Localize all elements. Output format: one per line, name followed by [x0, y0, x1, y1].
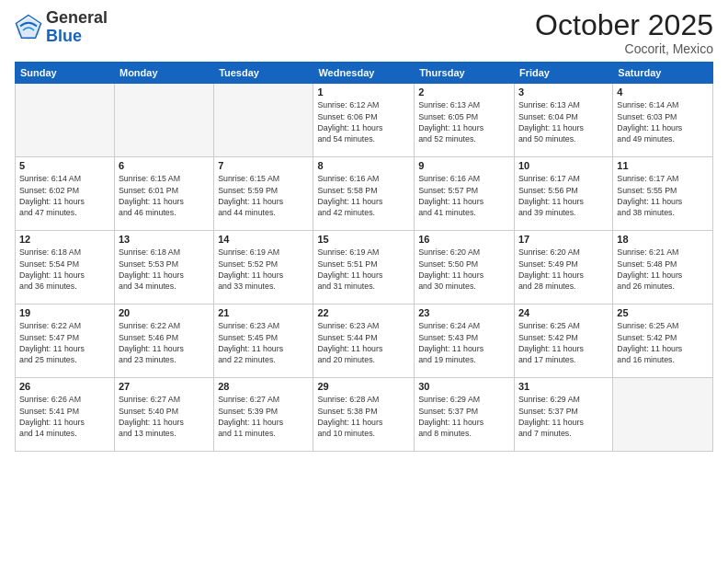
calendar-cell: 3Sunrise: 6:13 AM Sunset: 6:04 PM Daylig…: [514, 84, 612, 157]
day-info: Sunrise: 6:28 AM Sunset: 5:38 PM Dayligh…: [317, 394, 410, 439]
calendar-cell: 22Sunrise: 6:23 AM Sunset: 5:44 PM Dayli…: [313, 304, 415, 378]
header-sunday: Sunday: [16, 63, 115, 84]
day-number: 28: [218, 381, 309, 392]
calendar-table: Sunday Monday Tuesday Wednesday Thursday…: [15, 62, 713, 452]
calendar-cell: 8Sunrise: 6:16 AM Sunset: 5:58 PM Daylig…: [313, 157, 415, 231]
calendar-cell: 2Sunrise: 6:13 AM Sunset: 6:05 PM Daylig…: [415, 84, 515, 157]
day-number: 15: [317, 234, 410, 245]
calendar-cell: 10Sunrise: 6:17 AM Sunset: 5:56 PM Dayli…: [514, 157, 612, 231]
calendar-cell: [114, 84, 213, 157]
day-info: Sunrise: 6:18 AM Sunset: 5:53 PM Dayligh…: [119, 247, 210, 292]
calendar-week-5: 26Sunrise: 6:26 AM Sunset: 5:41 PM Dayli…: [16, 378, 713, 452]
day-info: Sunrise: 6:15 AM Sunset: 5:59 PM Dayligh…: [218, 173, 309, 218]
calendar-cell: 29Sunrise: 6:28 AM Sunset: 5:38 PM Dayli…: [313, 378, 415, 452]
day-number: 31: [518, 381, 609, 392]
header-friday: Friday: [514, 63, 612, 84]
day-info: Sunrise: 6:23 AM Sunset: 5:44 PM Dayligh…: [317, 320, 410, 365]
calendar-cell: 9Sunrise: 6:16 AM Sunset: 5:57 PM Daylig…: [415, 157, 515, 231]
day-info: Sunrise: 6:24 AM Sunset: 5:43 PM Dayligh…: [418, 320, 510, 365]
day-number: 2: [418, 86, 510, 98]
day-number: 3: [518, 86, 609, 98]
calendar-cell: 20Sunrise: 6:22 AM Sunset: 5:46 PM Dayli…: [114, 304, 213, 378]
calendar-cell: 28Sunrise: 6:27 AM Sunset: 5:39 PM Dayli…: [214, 378, 313, 452]
day-number: 16: [418, 234, 510, 245]
day-info: Sunrise: 6:27 AM Sunset: 5:39 PM Dayligh…: [218, 394, 309, 439]
calendar-cell: 4Sunrise: 6:14 AM Sunset: 6:03 PM Daylig…: [613, 84, 713, 157]
calendar-cell: 12Sunrise: 6:18 AM Sunset: 5:54 PM Dayli…: [16, 231, 115, 304]
day-info: Sunrise: 6:16 AM Sunset: 5:57 PM Dayligh…: [418, 173, 510, 218]
day-info: Sunrise: 6:19 AM Sunset: 5:51 PM Dayligh…: [317, 247, 410, 292]
day-info: Sunrise: 6:26 AM Sunset: 5:41 PM Dayligh…: [19, 394, 110, 439]
day-info: Sunrise: 6:19 AM Sunset: 5:52 PM Dayligh…: [218, 247, 309, 292]
day-number: 4: [617, 86, 709, 98]
day-info: Sunrise: 6:22 AM Sunset: 5:47 PM Dayligh…: [19, 320, 110, 365]
day-number: 21: [218, 307, 309, 318]
logo-icon: [15, 14, 42, 41]
day-number: 30: [418, 381, 510, 392]
calendar-cell: 26Sunrise: 6:26 AM Sunset: 5:41 PM Dayli…: [16, 378, 115, 452]
calendar-cell: 27Sunrise: 6:27 AM Sunset: 5:40 PM Dayli…: [114, 378, 213, 452]
calendar-cell: 18Sunrise: 6:21 AM Sunset: 5:48 PM Dayli…: [613, 231, 713, 304]
day-info: Sunrise: 6:17 AM Sunset: 5:56 PM Dayligh…: [518, 173, 609, 218]
day-number: 12: [19, 234, 110, 245]
calendar-cell: 6Sunrise: 6:15 AM Sunset: 6:01 PM Daylig…: [114, 157, 213, 231]
day-info: Sunrise: 6:29 AM Sunset: 5:37 PM Dayligh…: [418, 394, 510, 439]
calendar-week-1: 1Sunrise: 6:12 AM Sunset: 6:06 PM Daylig…: [16, 84, 713, 157]
day-number: 24: [518, 307, 609, 318]
day-number: 17: [518, 234, 609, 245]
day-number: 13: [119, 234, 210, 245]
title-block: October 2025 Cocorit, Mexico: [535, 9, 713, 56]
calendar-week-4: 19Sunrise: 6:22 AM Sunset: 5:47 PM Dayli…: [16, 304, 713, 378]
day-number: 18: [617, 234, 709, 245]
logo: General Blue: [15, 9, 108, 46]
day-number: 8: [317, 160, 410, 171]
day-info: Sunrise: 6:22 AM Sunset: 5:46 PM Dayligh…: [119, 320, 210, 365]
weekday-header-row: Sunday Monday Tuesday Wednesday Thursday…: [16, 63, 713, 84]
calendar-cell: 31Sunrise: 6:29 AM Sunset: 5:37 PM Dayli…: [514, 378, 612, 452]
day-info: Sunrise: 6:13 AM Sunset: 6:05 PM Dayligh…: [418, 99, 510, 144]
day-number: 22: [317, 307, 410, 318]
page: General Blue October 2025 Cocorit, Mexic…: [0, 0, 728, 563]
day-info: Sunrise: 6:27 AM Sunset: 5:40 PM Dayligh…: [119, 394, 210, 439]
calendar-cell: 21Sunrise: 6:23 AM Sunset: 5:45 PM Dayli…: [214, 304, 313, 378]
header-saturday: Saturday: [613, 63, 713, 84]
calendar-week-3: 12Sunrise: 6:18 AM Sunset: 5:54 PM Dayli…: [16, 231, 713, 304]
day-info: Sunrise: 6:12 AM Sunset: 6:06 PM Dayligh…: [317, 99, 410, 144]
day-info: Sunrise: 6:16 AM Sunset: 5:58 PM Dayligh…: [317, 173, 410, 218]
header-monday: Monday: [114, 63, 213, 84]
day-number: 5: [19, 160, 110, 171]
calendar-cell: 25Sunrise: 6:25 AM Sunset: 5:42 PM Dayli…: [613, 304, 713, 378]
day-number: 29: [317, 381, 410, 392]
day-info: Sunrise: 6:14 AM Sunset: 6:03 PM Dayligh…: [617, 99, 709, 144]
day-number: 11: [617, 160, 709, 171]
calendar-cell: [613, 378, 713, 452]
day-info: Sunrise: 6:17 AM Sunset: 5:55 PM Dayligh…: [617, 173, 709, 218]
day-number: 25: [617, 307, 709, 318]
header-thursday: Thursday: [415, 63, 515, 84]
day-number: 6: [119, 160, 210, 171]
day-info: Sunrise: 6:13 AM Sunset: 6:04 PM Dayligh…: [518, 99, 609, 144]
day-info: Sunrise: 6:14 AM Sunset: 6:02 PM Dayligh…: [19, 173, 110, 218]
header-wednesday: Wednesday: [313, 63, 415, 84]
day-info: Sunrise: 6:20 AM Sunset: 5:50 PM Dayligh…: [418, 247, 510, 292]
day-info: Sunrise: 6:18 AM Sunset: 5:54 PM Dayligh…: [19, 247, 110, 292]
calendar-cell: 19Sunrise: 6:22 AM Sunset: 5:47 PM Dayli…: [16, 304, 115, 378]
day-number: 10: [518, 160, 609, 171]
calendar-cell: 30Sunrise: 6:29 AM Sunset: 5:37 PM Dayli…: [415, 378, 515, 452]
calendar-week-2: 5Sunrise: 6:14 AM Sunset: 6:02 PM Daylig…: [16, 157, 713, 231]
day-number: 9: [418, 160, 510, 171]
calendar-cell: 23Sunrise: 6:24 AM Sunset: 5:43 PM Dayli…: [415, 304, 515, 378]
day-number: 7: [218, 160, 309, 171]
calendar-cell: 24Sunrise: 6:25 AM Sunset: 5:42 PM Dayli…: [514, 304, 612, 378]
location-subtitle: Cocorit, Mexico: [535, 41, 713, 56]
day-info: Sunrise: 6:20 AM Sunset: 5:49 PM Dayligh…: [518, 247, 609, 292]
day-info: Sunrise: 6:25 AM Sunset: 5:42 PM Dayligh…: [617, 320, 709, 365]
day-info: Sunrise: 6:25 AM Sunset: 5:42 PM Dayligh…: [518, 320, 609, 365]
calendar-cell: 17Sunrise: 6:20 AM Sunset: 5:49 PM Dayli…: [514, 231, 612, 304]
logo-text: General Blue: [46, 9, 108, 46]
day-info: Sunrise: 6:29 AM Sunset: 5:37 PM Dayligh…: [518, 394, 609, 439]
calendar-cell: 1Sunrise: 6:12 AM Sunset: 6:06 PM Daylig…: [313, 84, 415, 157]
day-number: 1: [317, 86, 410, 98]
day-info: Sunrise: 6:21 AM Sunset: 5:48 PM Dayligh…: [617, 247, 709, 292]
day-number: 27: [119, 381, 210, 392]
